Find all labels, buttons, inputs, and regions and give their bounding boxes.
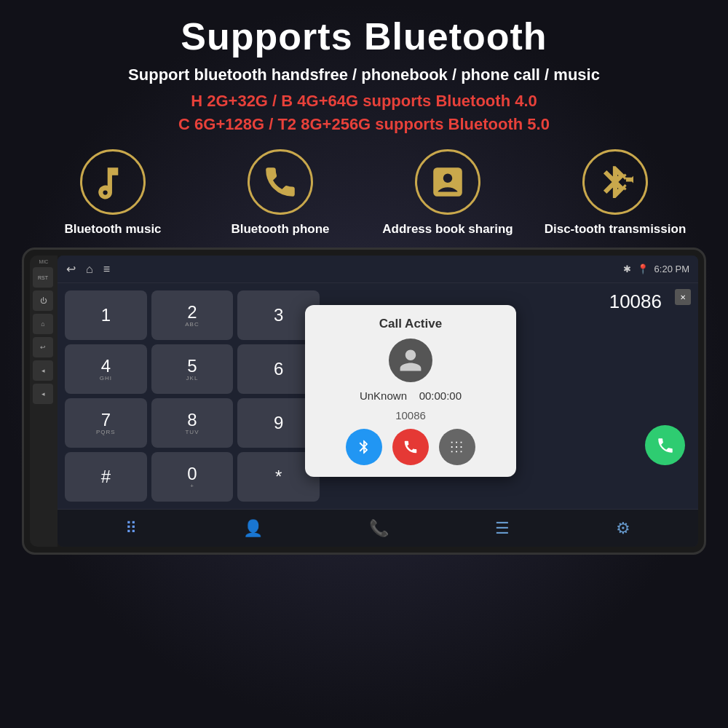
contacts-bottom-icon[interactable]: 👤 <box>243 519 263 538</box>
disc-label: Disc-tooth transmission <box>545 222 687 237</box>
music-icon-circle <box>80 149 146 215</box>
home-icon[interactable]: ⌂ <box>86 263 93 276</box>
key-4[interactable]: 4 GHI <box>65 344 147 394</box>
clock: 6:20 PM <box>654 264 689 274</box>
key-0[interactable]: 0 + <box>151 452 234 502</box>
mic-label: MIC <box>33 259 55 264</box>
keypad-icon <box>449 439 465 455</box>
avatar <box>389 339 432 382</box>
call-duration: 00:00:00 <box>419 389 462 402</box>
key-5[interactable]: 5 JKL <box>151 344 234 394</box>
avatar-icon <box>397 347 424 373</box>
call-overlay: Call Active UnKnown 00:00:00 10086 <box>305 305 516 477</box>
key-1[interactable]: 1 <box>65 290 147 340</box>
address-icon-circle <box>415 149 480 215</box>
hangup-btn[interactable] <box>392 429 429 465</box>
key-hash[interactable]: # <box>65 452 147 502</box>
svg-text:⇒: ⇒ <box>626 173 633 186</box>
bluetooth-call-btn[interactable] <box>346 429 382 465</box>
key-8[interactable]: 8 TUV <box>151 398 234 448</box>
phone-bottom-icon[interactable]: 📞 <box>369 519 389 538</box>
caller-name: UnKnown <box>360 389 407 402</box>
call-actions <box>346 429 475 465</box>
rst-btn[interactable]: RST <box>33 267 53 288</box>
dialpad: 1 2 ABC 3 4 GHI <box>58 283 327 509</box>
feature-disc: ⇒ Disc-tooth transmission <box>542 149 689 237</box>
vol-up-btn[interactable]: ◂ <box>33 384 53 404</box>
contacts-icon <box>430 164 466 200</box>
back-icon[interactable]: ↩ <box>66 262 76 276</box>
top-bar-left: ↩ ⌂ ≡ <box>66 262 110 276</box>
top-bar: ↩ ⌂ ≡ ✱ 📍 6:20 PM <box>58 256 698 283</box>
phone-icon <box>262 164 298 200</box>
spec-line-2: C 6G+128G / T2 8G+256G supports Bluetoot… <box>178 115 550 134</box>
keypad-btn[interactable] <box>439 429 475 465</box>
key-7[interactable]: 7 PQRS <box>65 398 147 448</box>
page-wrapper: Supports Bluetooth Support bluetooth han… <box>0 0 728 728</box>
dialpad-area: 1 2 ABC 3 4 GHI <box>58 283 698 509</box>
screen: ↩ ⌂ ≡ ✱ 📍 6:20 PM 1 <box>58 256 698 547</box>
number-display: 10086 <box>609 290 662 313</box>
location-icon: 📍 <box>637 264 649 274</box>
vol-down-btn[interactable]: ◂ <box>33 360 53 381</box>
dialpad-bottom-icon[interactable]: ⠿ <box>125 519 137 538</box>
address-label: Address book sharing <box>382 222 513 237</box>
music-icon <box>95 164 131 200</box>
main-title: Supports Bluetooth <box>181 15 547 58</box>
head-unit: MIC RST ⏻ ⌂ ↩ ◂ ◂ ↩ ⌂ ≡ ✱ 📍 6 <box>22 248 706 555</box>
home-side-btn[interactable]: ⌂ <box>33 314 53 334</box>
settings-bottom-icon[interactable]: ⚙ <box>616 519 630 538</box>
key-2[interactable]: 2 ABC <box>151 290 234 340</box>
layers-icon[interactable]: ≡ <box>103 263 110 276</box>
caller-number: 10086 <box>395 409 426 422</box>
float-call-icon <box>656 436 675 455</box>
call-title: Call Active <box>379 317 442 331</box>
top-bar-right: ✱ 📍 6:20 PM <box>623 264 689 274</box>
bt-transfer-icon-circle: ⇒ <box>582 149 648 215</box>
feature-address: Address book sharing <box>374 149 521 237</box>
spec-line-1: H 2G+32G / B 4G+64G supports Bluetooth 4… <box>191 92 537 111</box>
back-side-btn[interactable]: ↩ <box>33 337 53 357</box>
list-bottom-icon[interactable]: ☰ <box>495 519 510 538</box>
hangup-icon <box>403 439 419 455</box>
feature-phone: Bluetooth phone <box>207 149 354 237</box>
features-row: Bluetooth music Bluetooth phone Address … <box>22 149 706 237</box>
music-label: Bluetooth music <box>64 222 161 237</box>
float-call-btn[interactable] <box>645 425 685 465</box>
call-info: UnKnown 00:00:00 <box>360 389 462 402</box>
bt-transfer-icon: ⇒ <box>597 164 633 200</box>
power-btn[interactable]: ⏻ <box>33 290 53 311</box>
side-buttons: MIC RST ⏻ ⌂ ↩ ◂ ◂ <box>30 256 58 547</box>
subtitle: Support bluetooth handsfree / phonebook … <box>128 66 600 84</box>
caller-name-time: UnKnown 00:00:00 <box>360 389 462 402</box>
bluetooth-status-icon: ✱ <box>623 264 631 274</box>
feature-music: Bluetooth music <box>39 149 186 237</box>
bluetooth-call-icon <box>356 439 372 455</box>
phone-icon-circle <box>248 149 313 215</box>
phone-label: Bluetooth phone <box>231 222 329 237</box>
bottom-bar: ⠿ 👤 📞 ☰ ⚙ <box>58 509 698 547</box>
close-button[interactable]: ✕ <box>675 289 691 305</box>
